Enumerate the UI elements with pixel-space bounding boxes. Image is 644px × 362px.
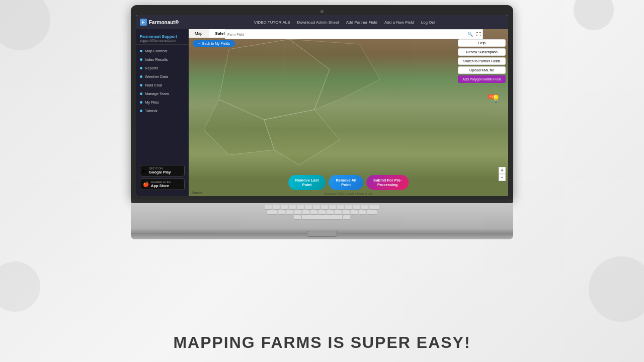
search-icon[interactable]: 🔍	[465, 32, 475, 37]
sidebar-item-manage-team[interactable]: Manage Team	[136, 89, 189, 98]
key	[310, 210, 317, 214]
nav-video-tutorials[interactable]: VIDEO TUTORIALS	[254, 20, 290, 25]
map-tab-map[interactable]: Map	[189, 29, 209, 38]
key	[297, 205, 304, 209]
main-content: Farmonaut Support support@farmonaut.com …	[136, 29, 508, 196]
key	[294, 210, 301, 214]
key	[361, 205, 368, 209]
laptop-keyboard	[131, 203, 513, 228]
key	[294, 215, 301, 219]
zoom-out-button[interactable]: −	[499, 174, 506, 181]
sidebar-item-weather[interactable]: Weather Data	[136, 72, 189, 81]
laptop: F Farmonaut® VIDEO TUTORIALS Download Ad…	[131, 5, 513, 239]
sidebar: Farmonaut Support support@farmonaut.com …	[136, 29, 189, 196]
switch-partner-fields-button[interactable]: Switch to Partner Fields	[458, 57, 506, 65]
add-polygon-button[interactable]: Add Polygon within Field	[458, 75, 506, 83]
key	[337, 205, 344, 209]
key	[359, 210, 366, 214]
key	[345, 205, 352, 209]
zoom-in-button[interactable]: +	[499, 167, 506, 174]
sidebar-profile-email: support@farmonaut.com	[140, 39, 185, 42]
key	[313, 205, 320, 209]
remove-last-point-button[interactable]: Remove LastPoint	[288, 175, 326, 190]
sidebar-item-index-results[interactable]: Index Results	[136, 55, 189, 64]
nav-add-partner-field[interactable]: Add Partner Field	[346, 20, 377, 25]
key	[367, 210, 377, 214]
key	[267, 210, 277, 214]
sidebar-profile: Farmonaut Support support@farmonaut.com	[136, 32, 189, 45]
key	[321, 205, 328, 209]
help-button[interactable]: Help	[458, 39, 506, 47]
remove-all-point-button[interactable]: Remove AllPoint	[329, 175, 363, 190]
fullscreen-icon[interactable]: ⛶	[475, 32, 482, 37]
light-bulb-icon: 💡	[492, 95, 500, 103]
spacebar-key	[302, 215, 342, 219]
nav-logout[interactable]: Log Out	[421, 20, 435, 25]
key	[353, 205, 360, 209]
key	[273, 205, 280, 209]
map-area[interactable]: Map Satellite 🔍 ⛶ ← Back to My Fields He…	[189, 29, 508, 196]
tagline: MAPPING FARMS IS SUPER EASY!	[173, 333, 470, 352]
key-row-3	[141, 215, 503, 219]
key	[335, 210, 342, 214]
top-navbar: F Farmonaut® VIDEO TUTORIALS Download Ad…	[136, 15, 508, 29]
screen-bezel: F Farmonaut® VIDEO TUTORIALS Download Ad…	[131, 5, 513, 199]
sidebar-dot	[140, 67, 142, 69]
app-store-label: App Store	[151, 184, 171, 188]
sidebar-item-map-controls[interactable]: Map Controls	[136, 47, 189, 55]
nav-download-admin[interactable]: Download Admin Sheet	[297, 20, 339, 25]
key-row-2	[141, 210, 503, 214]
keyboard-rows	[131, 203, 513, 219]
logo-area: F Farmonaut®	[140, 19, 185, 26]
sidebar-dot	[140, 75, 142, 78]
google-play-icon: ▶	[143, 168, 147, 173]
camera	[320, 10, 324, 13]
key	[343, 215, 350, 219]
key	[369, 205, 379, 209]
map-controls-right: Help Renew Subscription Switch to Partne…	[458, 39, 506, 83]
sidebar-store-buttons: ▶ GET IT ON Google Play 🍎 Available on t…	[136, 162, 189, 193]
touchpad	[307, 231, 337, 237]
key	[327, 210, 334, 214]
key	[289, 205, 296, 209]
sidebar-item-tutorial[interactable]: Tutorial	[136, 107, 189, 115]
sidebar-dot	[140, 93, 142, 95]
nav-links: VIDEO TUTORIALS Download Admin Sheet Add…	[185, 20, 504, 25]
map-search-input[interactable]	[225, 33, 465, 36]
key	[265, 205, 272, 209]
sidebar-item-my-files[interactable]: My Files	[136, 98, 189, 107]
svg-marker-3	[264, 110, 340, 165]
google-play-label: Google Play	[149, 170, 171, 174]
key	[278, 210, 285, 214]
laptop-base	[131, 228, 513, 239]
sidebar-item-field-chat[interactable]: Field Chat	[136, 81, 189, 89]
sidebar-profile-name: Farmonaut Support	[140, 34, 185, 39]
back-to-fields-button[interactable]: ← Back to My Fields	[193, 40, 235, 47]
sidebar-dot	[140, 110, 142, 112]
key-row-1	[141, 205, 503, 209]
upload-kml-button[interactable]: Upload KML file	[458, 66, 506, 74]
key	[351, 210, 358, 214]
submit-preprocessing-button[interactable]: Submit For Pre-Processing	[366, 175, 409, 190]
map-data-attribution: Map data ©2023 Google | Terms of Use	[324, 192, 373, 195]
sidebar-dot	[140, 84, 142, 86]
sidebar-dot	[140, 58, 142, 61]
key	[302, 210, 309, 214]
app-store-button[interactable]: 🍎 Available on the App Store	[140, 178, 185, 190]
key	[281, 205, 288, 209]
apple-icon: 🍎	[143, 182, 149, 187]
key	[305, 205, 312, 209]
map-zoom-controls: + −	[499, 167, 506, 181]
key	[343, 210, 350, 214]
map-action-buttons: Remove LastPoint Remove AllPoint Submit …	[288, 175, 409, 190]
google-play-button[interactable]: ▶ GET IT ON Google Play	[140, 165, 185, 176]
sidebar-dot	[140, 101, 142, 104]
sidebar-item-reports[interactable]: Reports	[136, 64, 189, 72]
laptop-hinge	[131, 199, 513, 203]
nav-add-new-field[interactable]: Add a New Field	[384, 20, 414, 25]
map-search-bar[interactable]: 🔍 ⛶	[225, 29, 483, 39]
renew-subscription-button[interactable]: Renew Subscription	[458, 48, 506, 56]
sidebar-dot	[140, 50, 142, 52]
brand-name: Farmonaut®	[149, 20, 179, 25]
google-attribution: Google	[192, 191, 202, 194]
